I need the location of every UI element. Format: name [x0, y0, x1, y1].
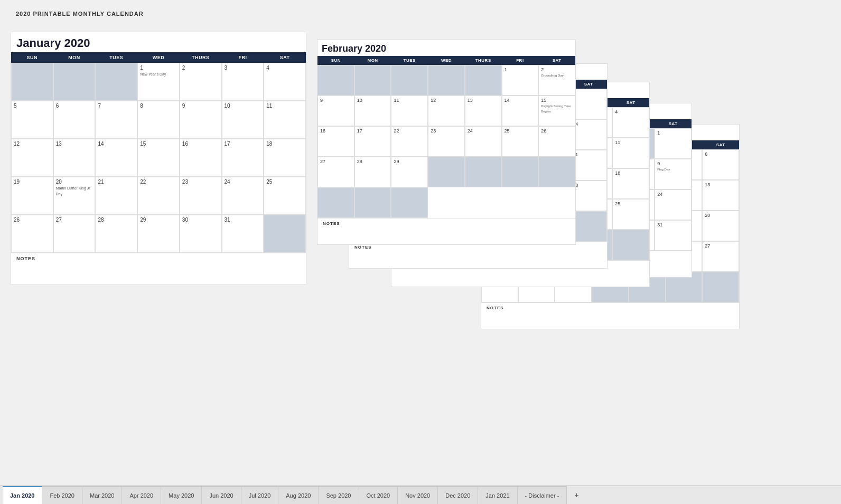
table-row: 23: [180, 177, 222, 215]
jan-header: SUN MON TUES WED THURS FRI SAT: [11, 52, 306, 63]
table-row: [354, 65, 391, 96]
table-row: 26: [538, 126, 575, 157]
table-row: 31: [655, 220, 692, 251]
feb-hdr-sun: SUN: [317, 56, 354, 65]
table-row: 1New Year's Day: [137, 63, 180, 101]
feb-hdr-wed: WED: [428, 56, 465, 65]
table-row: [502, 157, 539, 187]
table-row: 16: [180, 139, 222, 177]
table-row: [428, 157, 465, 187]
jan-hdr-tue: TUES: [95, 52, 137, 63]
jan-notes: NOTES: [11, 253, 306, 284]
table-row: [317, 65, 354, 96]
table-row: 1: [655, 128, 692, 159]
table-row: 4: [612, 107, 649, 138]
table-row: 22: [391, 126, 428, 157]
table-row: 16: [317, 126, 354, 157]
feb-notes: NOTES: [317, 218, 575, 244]
table-row: 13: [702, 180, 739, 211]
jan-hdr-sat: SAT: [264, 52, 306, 63]
calendar-february: February 2020 SUN MON TUES WED THURS FRI…: [317, 40, 576, 245]
table-row: 9: [180, 101, 222, 139]
feb-title: February 2020: [317, 40, 575, 56]
table-row: 24: [655, 189, 692, 220]
table-row: 1: [502, 65, 539, 96]
table-row: 4: [264, 63, 306, 101]
table-row: 13: [53, 139, 96, 177]
calendar-january: January 2020 SUN MON TUES WED THURS FRI …: [11, 32, 306, 285]
may-hdr-sat: SAT: [655, 119, 692, 128]
table-row: [11, 63, 53, 101]
table-row: [391, 65, 428, 96]
table-row: 11: [612, 138, 649, 168]
table-row: [391, 187, 428, 218]
table-row: 10: [354, 96, 391, 126]
jan-body: 1New Year's Day 2 3 4 5 6 7 8 9 10 11 12…: [11, 63, 306, 253]
tab-nov-2020[interactable]: Nov 2020: [398, 486, 438, 504]
table-row: [465, 157, 502, 187]
tab-mar-2020[interactable]: Mar 2020: [82, 486, 122, 504]
table-row: [53, 63, 96, 101]
table-row: 24: [222, 177, 264, 215]
table-row: 5: [11, 101, 53, 139]
feb-hdr-sat: SAT: [538, 56, 575, 65]
feb-hdr-fri: FRI: [502, 56, 539, 65]
table-row: 19: [11, 177, 53, 215]
jun-hdr-sat: SAT: [702, 140, 739, 149]
table-row: 15: [137, 139, 180, 177]
feb-hdr-tue: TUES: [391, 56, 428, 65]
feb-header: SUN MON TUES WED THURS FRI SAT: [317, 56, 575, 65]
table-row: 22: [137, 177, 180, 215]
table-row: [702, 272, 739, 302]
tab-add-button[interactable]: +: [569, 489, 584, 501]
feb-hdr-thu: THURS: [465, 56, 502, 65]
tab-may-2020[interactable]: May 2020: [161, 486, 202, 504]
table-row: 26: [11, 215, 53, 253]
table-row: 18: [264, 139, 306, 177]
tab-jul-2020[interactable]: Jul 2020: [241, 486, 279, 504]
table-row: [95, 63, 137, 101]
jun-notes: NOTES: [481, 302, 739, 329]
table-row: 29: [137, 215, 180, 253]
table-row: 12: [428, 96, 465, 126]
tab-jan-2020[interactable]: Jan 2020: [3, 486, 42, 504]
table-row: 3: [222, 63, 264, 101]
tab-bar: Jan 2020 Feb 2020 Mar 2020 Apr 2020 May …: [0, 486, 841, 504]
tab-jan-2021[interactable]: Jan 2021: [478, 486, 517, 504]
table-row: 17: [222, 139, 264, 177]
table-row: 6: [702, 149, 739, 180]
table-row: 2: [180, 63, 222, 101]
tab-dec-2020[interactable]: Dec 2020: [438, 486, 478, 504]
table-row: 25: [264, 177, 306, 215]
tab-jun-2020[interactable]: Jun 2020: [202, 486, 241, 504]
table-row: 18: [612, 168, 649, 199]
table-row: 28: [354, 157, 391, 187]
tab-oct-2020[interactable]: Oct 2020: [359, 486, 398, 504]
jan-hdr-wed: WED: [137, 52, 180, 63]
table-row: 21: [95, 177, 137, 215]
table-row: 10: [222, 101, 264, 139]
table-row: 23: [428, 126, 465, 157]
jan-title: January 2020: [11, 32, 306, 52]
table-row: 25: [502, 126, 539, 157]
tab-sep-2020[interactable]: Sep 2020: [319, 486, 359, 504]
feb-body: 1 2Groundhog Day 9 10 11 12 13 14 15Dayl…: [317, 65, 575, 218]
table-row: [612, 230, 649, 260]
apr-hdr-sat: SAT: [612, 98, 649, 107]
table-row: [538, 157, 575, 187]
table-row: 11: [391, 96, 428, 126]
table-row: 15Daylight Saving Time Begins: [538, 96, 575, 126]
table-row: 27: [317, 157, 354, 187]
table-row: 24: [465, 126, 502, 157]
tab-feb-2020[interactable]: Feb 2020: [42, 486, 82, 504]
table-row: 20: [702, 211, 739, 241]
tab-aug-2020[interactable]: Aug 2020: [278, 486, 319, 504]
tab-apr-2020[interactable]: Apr 2020: [122, 486, 161, 504]
table-row: 13: [465, 96, 502, 126]
table-row: 6: [53, 101, 96, 139]
table-row: 20Martin Luther King Jr Day: [53, 177, 96, 215]
table-row: 9Flag Day: [655, 159, 692, 189]
table-row: 7: [95, 101, 137, 139]
tab-disclaimer[interactable]: - Disclaimer -: [518, 486, 567, 504]
jan-hdr-sun: SUN: [11, 52, 53, 63]
